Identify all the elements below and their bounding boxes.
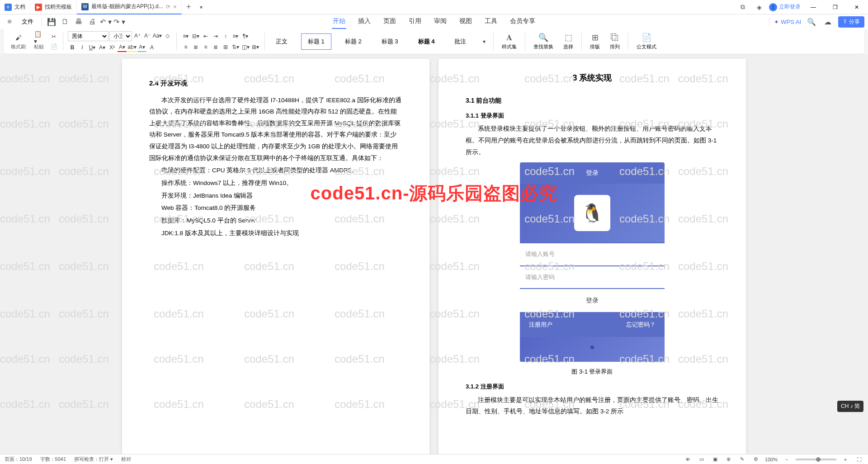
strike-button[interactable]: A▾ [98,43,107,52]
highlight-button[interactable]: ab▾ [127,43,137,52]
align-right-icon[interactable]: ≡ [201,43,210,52]
increase-indent-icon[interactable]: ⇥ [211,32,220,41]
shading-button[interactable]: A▾ [137,43,146,52]
tab-start[interactable]: 开始 [332,14,346,29]
template-icon: ▶ [35,4,42,11]
tab-templates[interactable]: ▶ 找稻壳模板 [30,0,77,14]
styles-expand-icon[interactable]: ▾ [480,37,489,46]
select-button[interactable]: ⬚选择 [560,33,577,50]
cut-icon[interactable]: ✂ [49,32,58,41]
style-h1[interactable]: 标题 1 [301,33,331,50]
copy-icon[interactable]: 📄 [49,42,58,51]
maximize-button[interactable]: ❐ [826,0,844,14]
redo-icon[interactable]: ↷ ▾ [113,16,125,28]
web-mode-icon[interactable]: ⊕ [724,455,733,464]
decrease-font-icon[interactable]: A⁻ [143,31,152,40]
minimize-button[interactable]: — [804,0,822,14]
clear-format-icon[interactable]: ◇ [163,31,172,40]
borders-icon[interactable]: ⊞▾ [251,43,260,52]
align-center-icon[interactable]: ≣ [191,43,200,52]
style-set-button[interactable]: 𝐀样式集 [498,33,520,50]
para-spacing-icon[interactable]: ⇅▾ [231,43,240,52]
paste-group[interactable]: 📋▾ 粘贴 [31,33,47,50]
settings-icon[interactable]: ⚙ [751,455,760,464]
font-name-select[interactable]: 黑体 [68,31,108,41]
search-icon[interactable]: 🔍 [806,16,817,28]
decrease-indent-icon[interactable]: ⇤ [201,32,210,41]
tab-review[interactable]: 审阅 [433,14,448,29]
format-brush-group[interactable]: 🖌 格式刷 [8,33,28,50]
tab-current-doc[interactable]: W 最终版-靓丽内蒙古APP(1).d... ⟳ × [77,0,182,14]
save-icon[interactable]: 💾 [46,16,57,28]
hamburger-icon[interactable]: ≡ [4,16,15,28]
spell-check-status[interactable]: 拼写检查：打开 ▾ [74,456,113,463]
zoom-level[interactable]: 100% [765,457,778,462]
tab-reference[interactable]: 引用 [408,14,422,29]
layout-button[interactable]: ⊞排版 [586,33,604,50]
tab-insert[interactable]: 插入 [357,14,372,29]
zoom-in-button[interactable]: + [841,455,850,464]
italic-button[interactable]: I [78,43,87,52]
increase-font-icon[interactable]: A⁺ [133,31,142,40]
word-count[interactable]: 字数：5041 [40,456,66,463]
heading-3-1: 3.1 前台功能 [466,95,719,107]
tab-menu-button[interactable]: ▾ [195,4,207,10]
cube-icon[interactable]: ◈ [753,1,765,14]
change-case-icon[interactable]: Aa▾ [153,31,162,40]
print-icon[interactable]: 🖶 [73,16,85,28]
window-mode-icon[interactable]: ⧉ [736,1,749,14]
font-size-select[interactable]: 小三 [109,31,132,41]
doc-mode-button[interactable]: 📄公文模式 [633,33,660,50]
para-shading-icon[interactable]: ◫▾ [241,43,250,52]
bold-button[interactable]: B [68,43,77,52]
underline-button[interactable]: U▾ [88,43,97,52]
print2-icon[interactable]: 🖨 [86,16,98,28]
tab-page[interactable]: 页面 [382,14,397,29]
find-replace-button[interactable]: 🔍查找替换 [530,33,557,50]
undo-icon[interactable]: ↶ ▾ [100,16,112,28]
page-indicator[interactable]: 页面：10/19 [5,456,32,463]
tab-refresh-icon[interactable]: ⟳ [166,4,170,10]
file-menu[interactable]: 文件 [17,16,38,28]
fit-icon[interactable]: ⛶ [854,455,863,464]
sort-icon[interactable]: ↕ [221,32,230,41]
login-button[interactable]: 👤 立即登录 [769,3,801,11]
read-mode-icon[interactable]: ▭ [697,455,706,464]
align-left-icon[interactable]: ≡ [181,43,190,52]
style-note[interactable]: 批注 [448,34,472,49]
page-right[interactable]: 3 系统实现 3.1 前台功能 3.1.1 登录界面 系统登录模块主要提供了一个… [439,59,746,454]
show-marks-icon[interactable]: ¶▾ [241,32,250,41]
superscript-button[interactable]: X² [108,43,117,52]
outline-icon[interactable]: ✎ [738,455,747,464]
cloud-icon[interactable]: ☁ [822,16,834,28]
tab-view[interactable]: 视图 [458,14,473,29]
style-h3[interactable]: 标题 3 [375,34,405,49]
char-border-button[interactable]: A [147,43,156,52]
style-normal[interactable]: 正文 [269,34,294,49]
justify-icon[interactable]: ≣ [211,43,220,52]
bullet-list-icon[interactable]: ≡▾ [181,32,190,41]
distribute-icon[interactable]: ⊞ [221,43,230,52]
share-button[interactable]: ⇪ 分享 [838,16,864,28]
zoom-slider[interactable] [796,459,836,460]
arrange-button[interactable]: ⿻排列 [606,33,623,50]
tab-tools[interactable]: 工具 [484,14,498,29]
number-list-icon[interactable]: ⊟▾ [191,32,200,41]
close-icon[interactable]: × [173,3,177,10]
style-h2[interactable]: 标题 2 [339,34,368,49]
line-spacing-icon[interactable]: ≡▾ [231,32,240,41]
styles-gallery: 正文 标题 1 标题 2 标题 3 标题 4 批注 ▾ [269,33,489,50]
page-mode-icon[interactable]: ▣ [711,455,720,464]
font-color-button[interactable]: A▾ [118,43,127,52]
close-button[interactable]: ✕ [848,0,866,14]
tab-documents[interactable]: ≡ 文档 [0,0,30,14]
style-h4[interactable]: 标题 4 [412,34,441,49]
wps-ai-button[interactable]: ✦ WPS AI [774,19,801,25]
add-tab-button[interactable]: + [182,2,196,12]
proof-status[interactable]: 校对 [121,456,131,463]
tab-vip[interactable]: 会员专享 [509,14,536,29]
print-preview-icon[interactable]: 🗋 [59,16,71,28]
page-left[interactable]: 2.4 开发环境 本次开发的运行平台选用了硬件处理器 I7-10488H，提供了… [122,59,429,454]
zoom-out-button[interactable]: − [782,455,791,464]
eye-icon[interactable]: 👁 [684,455,693,464]
